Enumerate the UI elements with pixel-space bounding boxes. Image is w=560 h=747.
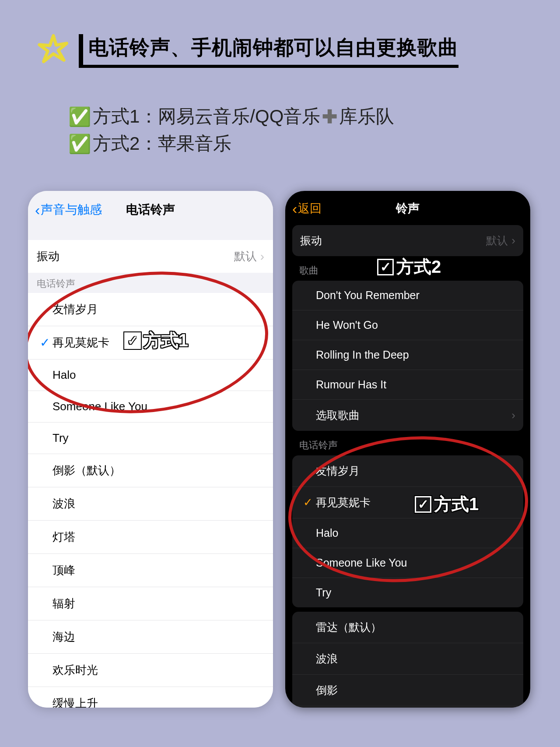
star-icon	[36, 33, 71, 68]
row-label: Halo	[316, 527, 338, 539]
back-button[interactable]: ‹ 声音与触感	[35, 201, 102, 218]
ringtone-label: 欢乐时光	[52, 662, 98, 678]
ringtone-label: Someone Like You	[52, 400, 147, 413]
ringtone-row[interactable]: 海边	[28, 620, 273, 654]
vibration-row[interactable]: 振动 默认 ›	[292, 225, 523, 256]
list-row[interactable]: Try	[292, 578, 523, 607]
ringtone-label: 波浪	[52, 496, 75, 511]
list-row[interactable]: 灯塔	[292, 706, 523, 708]
row-label: 波浪	[316, 652, 338, 666]
phone-light: ‹ 声音与触感 电话铃声 振动 默认 › 电话铃声 友情岁月✓再见莫妮卡Halo…	[28, 191, 273, 708]
row-label: Rolling In the Deep	[316, 349, 409, 361]
method-2-text: 方式2：苹果音乐	[93, 131, 231, 156]
ringtone-row[interactable]: 灯塔	[28, 521, 273, 554]
section-songs-label: 歌曲	[285, 256, 530, 281]
row-label: 选取歌曲	[316, 408, 360, 423]
ringtone-row[interactable]: 顶峰	[28, 554, 273, 587]
ringtone-row[interactable]: 友情岁月	[28, 293, 273, 326]
checkmark-icon: ✓	[300, 496, 316, 509]
ringtone-label: 顶峰	[52, 563, 75, 578]
chevron-right-icon: ›	[511, 234, 515, 247]
row-label: Try	[316, 586, 331, 599]
back-label: 声音与触感	[41, 201, 102, 218]
phone-dark: ‹ 返回 铃声 振动 默认 › 歌曲 Don't You RememberHe …	[285, 191, 530, 708]
page-header: 电话铃声、手机闹钟都可以自由更换歌曲	[36, 34, 458, 68]
checkmark-icon: ✅	[68, 133, 91, 155]
ringtone-label: 再见莫妮卡	[52, 335, 109, 350]
list-row[interactable]: Rolling In the Deep	[292, 340, 523, 370]
ringtone-label: 灯塔	[52, 529, 75, 545]
list-row[interactable]: 倒影	[292, 675, 523, 706]
ringtone-row[interactable]: Halo	[28, 359, 273, 391]
chevron-right-icon: ›	[511, 409, 515, 422]
ringtone-row[interactable]: 波浪	[28, 487, 273, 521]
ringtone-label: 缓慢上升	[52, 696, 98, 708]
row-label: Someone Like You	[316, 557, 407, 569]
chevron-left-icon: ‹	[35, 202, 40, 217]
navbar: ‹ 返回 铃声	[285, 191, 530, 224]
chevron-right-icon: ›	[260, 250, 264, 264]
ringtone-label: 辐射	[52, 596, 75, 611]
vibration-label: 振动	[37, 249, 60, 264]
list-row[interactable]: Rumour Has It	[292, 370, 523, 400]
ringtone-row[interactable]: ✓再见莫妮卡	[28, 326, 273, 359]
ringtone-row[interactable]: Try	[28, 423, 273, 454]
page-title: 电话铃声、手机闹钟都可以自由更换歌曲	[88, 34, 458, 61]
row-label: 友情岁月	[316, 464, 360, 478]
section-ringtones-label: 电话铃声	[28, 273, 273, 293]
row-label: 倒影	[316, 683, 338, 698]
row-label: 再见莫妮卡	[316, 495, 371, 510]
list-row[interactable]: He Won't Go	[292, 310, 523, 340]
ringtone-row[interactable]: 倒影（默认）	[28, 454, 273, 487]
list-row[interactable]: 雷达（默认）	[292, 612, 523, 643]
plus-icon: ✚	[322, 106, 337, 127]
method-1: ✅ 方式1：网易云音乐/QQ音乐 ✚ 库乐队	[68, 104, 394, 129]
nav-title: 铃声	[396, 201, 420, 216]
vibration-label: 振动	[300, 233, 322, 248]
navbar: ‹ 声音与触感 电话铃声	[28, 191, 273, 227]
ringtone-label: 倒影（默认）	[52, 463, 121, 478]
methods-list: ✅ 方式1：网易云音乐/QQ音乐 ✚ 库乐队 ✅ 方式2：苹果音乐	[68, 104, 394, 159]
row-label: 雷达（默认）	[316, 620, 382, 634]
vibration-value: 默认	[234, 249, 257, 264]
method-2: ✅ 方式2：苹果音乐	[68, 131, 394, 156]
back-label: 返回	[298, 201, 322, 216]
list-row[interactable]: Someone Like You	[292, 548, 523, 578]
ringtone-label: Try	[52, 431, 69, 445]
list-row[interactable]: 友情岁月	[292, 455, 523, 487]
ringtone-row[interactable]: 欢乐时光	[28, 654, 273, 687]
checkmark-icon: ✓	[37, 335, 52, 350]
vibration-value: 默认	[486, 233, 508, 248]
choose-song-row[interactable]: 选取歌曲›	[292, 400, 523, 431]
list-row[interactable]: ✓再见莫妮卡	[292, 487, 523, 518]
list-row[interactable]: 波浪	[292, 643, 523, 675]
nav-title: 电话铃声	[126, 201, 175, 218]
ringtone-row[interactable]: Someone Like You	[28, 391, 273, 423]
row-label: Rumour Has It	[316, 378, 386, 391]
checkmark-icon: ✅	[68, 106, 91, 127]
method-1-text-a: 方式1：网易云音乐/QQ音乐	[93, 104, 320, 129]
section-ringtones-label: 电话铃声	[285, 431, 530, 455]
ringtone-label: 友情岁月	[52, 302, 98, 317]
list-row[interactable]: Don't You Remember	[292, 281, 523, 310]
ringtone-label: Halo	[52, 368, 76, 382]
row-label: Don't You Remember	[316, 289, 420, 302]
back-button[interactable]: ‹ 返回	[292, 201, 322, 216]
method-1-text-b: 库乐队	[339, 104, 394, 129]
chevron-left-icon: ‹	[292, 201, 297, 216]
ringtone-label: 海边	[52, 629, 75, 645]
list-row[interactable]: Halo	[292, 518, 523, 548]
ringtone-row[interactable]: 辐射	[28, 587, 273, 620]
row-label: He Won't Go	[316, 319, 378, 331]
ringtone-row[interactable]: 缓慢上升	[28, 687, 273, 708]
vibration-row[interactable]: 振动 默认 ›	[28, 240, 273, 273]
